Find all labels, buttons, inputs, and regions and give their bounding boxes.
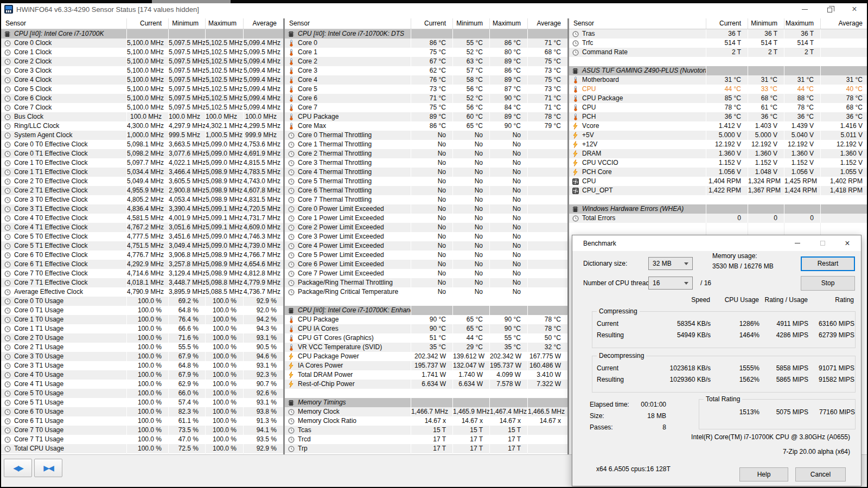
sensor-row[interactable]: Core 6 T0 Effective Clock4,776.7 MHz3,90… [1,251,283,260]
collapse-columns-button[interactable]: ▶◀ [34,459,62,477]
sensor-row[interactable]: Core 7 T1 Effective Clock4,018.1 MHz3,44… [1,278,283,287]
sensor-row[interactable]: Core 3 T0 Usage100.0 %67.9 %100.0 %94.6 … [1,352,283,361]
sensor-row[interactable]: PCH Core1.056 V1.048 V1.056 V1.055 V [569,168,867,177]
sensor-row[interactable]: Core 573 °C56 °C87 °C73 °C [285,85,567,94]
sensor-row[interactable]: Core 4 Thermal ThrottlingNoNoNo [285,168,567,177]
sensor-row[interactable]: Memory Clock Ratio14.67 x14.67 x14.67 x1… [285,416,567,426]
sensor-row[interactable]: Core 3 Thermal ThrottlingNoNoNo [285,158,567,168]
sensor-row[interactable]: Core 5 T1 Effective Clock4,751.5 MHz3,04… [1,241,283,251]
sensor-row[interactable]: Core 7 Power Limit ExceededNoNoNo [285,269,567,278]
sensor-row[interactable]: Core 6 Thermal ThrottlingNoNoNo [285,186,567,195]
sensor-row[interactable]: CPU44 °C33 °C44 °C40 °C [569,85,867,94]
sensor-row[interactable]: Core 2 T0 Effective Clock5,049.4 MHz3,60… [1,177,283,186]
group-row[interactable]: ASUS TUF GAMING Z490-PLUS (Nuvoton NCT67… [569,66,867,75]
sensor-row[interactable]: Core 2 Power Limit ExceededNoNoNo [285,223,567,232]
titlebar[interactable]: HWiNFO64 v6.33-4290 Sensor Status [174 v… [1,3,867,15]
sensor-row[interactable]: Core 0 T1 Usage100.0 %64.8 %100.0 %92.0 … [1,306,283,315]
sensor-row[interactable]: Core 2 T0 Usage100.0 %71.6 %100.0 %93.1 … [1,333,283,343]
dialog-close-icon[interactable]: × [835,235,860,251]
sensor-row[interactable]: Core 2 T1 Effective Clock4,955.9 MHz2,90… [1,186,283,195]
sensor-row[interactable]: DRAM1.360 V1.360 V1.360 V1.360 V [569,149,867,158]
sensor-row[interactable]: Core 476 °C58 °C89 °C75 °C [285,75,567,85]
sensor-row[interactable]: CPU_OPT1,422 RPM1,367 RPM1,424 RPM1,418 … [569,186,867,195]
sensor-row[interactable]: +12V12.192 V12.192 V12.192 V12.192 V [569,140,867,149]
sensor-row[interactable]: Core 6 T1 Usage100.0 %61.1 %100.0 %91.3 … [1,416,283,426]
sensor-row[interactable]: Core 1 T0 Effective Clock5,097.7 MHz4,02… [1,158,283,168]
sensor-row[interactable]: Core 6 Power Limit ExceededNoNoNo [285,260,567,269]
group-row[interactable]: CPU [#0]: Intel Core i7-10700K: Enhanced [285,306,567,315]
group-row[interactable]: Memory Timings [285,398,567,407]
sensor-row[interactable]: Core 671 °C52 °C90 °C71 °C [285,94,567,103]
sensor-row[interactable]: Core 7 T0 Effective Clock4,714.6 MHz3,12… [1,269,283,278]
panel-column-headers[interactable]: SensorCurrentMinimumMaximumAverage [285,18,567,29]
sensor-row[interactable]: Core 4 Power Limit ExceededNoNoNo [285,241,567,251]
sensor-row[interactable]: Total Errors000 [569,214,867,223]
sensor-row[interactable]: Core 5 Clock5,100.0 MHz5,097.5 MHz5,102.… [1,85,283,94]
sensor-row[interactable]: Core 5 T1 Usage100.0 %57.4 %100.0 %93.1 … [1,398,283,407]
help-button[interactable]: Help [739,467,788,481]
sensor-row[interactable]: Core 267 °C63 °C89 °C75 °C [285,57,567,66]
sensor-row[interactable]: CPU GT Cores (Graphics)51 °C44 °C55 °C50… [285,333,567,343]
sensor-row[interactable]: Trfc514 T514 T514 T [569,38,867,48]
panel-column-headers[interactable]: SensorCurrentMinimumMaximumAverage [1,18,283,29]
sensor-row[interactable]: Core 3 Clock5,100.0 MHz5,097.5 MHz5,102.… [1,66,283,75]
group-row[interactable]: CPU [#0]: Intel Core i7-10700K: DTS [285,29,567,38]
sensor-row[interactable]: Core 2 Thermal ThrottlingNoNoNo [285,149,567,158]
sensor-row[interactable]: Core 0 T1 Effective Clock5,098.2 MHz3,07… [1,149,283,158]
sensor-row[interactable]: PCH36 °C36 °C36 °C36 °C [569,112,867,121]
sensor-row[interactable]: Core 362 °C57 °C86 °C73 °C [285,66,567,75]
sensor-row[interactable]: Core 7 T1 Usage100.0 %47.0 %100.0 %93.5 … [1,435,283,444]
sensor-row[interactable]: Core 0 Clock5,100.0 MHz5,097.5 MHz5,102.… [1,38,283,48]
sensor-row[interactable]: Vcore1.412 V1.403 V1.439 V1.416 V [569,121,867,131]
sensor-row[interactable]: Core 086 °C55 °C86 °C71 °C [285,38,567,48]
sensor-row[interactable]: Core 4 T1 Effective Clock4,767.2 MHz3,05… [1,223,283,232]
sensor-row[interactable]: Core 0 T0 Usage100.0 %69.2 %100.0 %92.9 … [1,297,283,306]
sensor-row[interactable]: Trcd17 T17 T17 T [285,435,567,444]
sensor-row[interactable]: Core 4 T1 Usage100.0 %62.9 %100.0 %90.7 … [1,380,283,389]
dictionary-size-select[interactable]: 32 MB [648,257,693,270]
sensor-row[interactable]: Core 4 Clock5,100.0 MHz5,097.5 MHz5,102.… [1,75,283,85]
sensor-row[interactable]: Core 6 T0 Usage100.0 %82.3 %100.0 %93.8 … [1,407,283,416]
sensor-row[interactable]: Core 7 Thermal ThrottlingNoNoNo [285,195,567,204]
sensor-row[interactable]: Memory Clock1,466.7 MHz1,465.9 MHz1,467.… [285,407,567,416]
sensor-row[interactable]: Average Effective Clock4,790.9 MHz3,895.… [1,287,283,297]
sensor-row[interactable]: Core 1 T1 Usage100.0 %66.6 %100.0 %94.3 … [1,324,283,333]
sensor-row[interactable]: Command Rate2 T2 T2 T [569,48,867,57]
sensor-row[interactable]: Core 0 Thermal ThrottlingNoNoNo [285,131,567,140]
sensor-row[interactable]: CPU Package85 °C68 °C88 °C78 °C [569,94,867,103]
restore-icon[interactable] [817,3,842,15]
sensor-row[interactable]: Ring/LLC Clock4,300.0 MHz4,297.9 MHz4,30… [1,121,283,131]
sensor-row[interactable]: Core 6 T1 Effective Clock4,292.9 MHz3,25… [1,260,283,269]
sensor-row[interactable]: Package/Ring Critical TemperatureNoNoNo [285,287,567,297]
sensor-row[interactable]: Core 6 Clock5,100.0 MHz5,097.5 MHz5,102.… [1,94,283,103]
stop-button[interactable]: Stop [801,276,855,291]
sensor-row[interactable]: Total DRAM Power1.741 W1.740 W4.099 W3.4… [285,370,567,380]
sensor-row[interactable]: Core 3 T1 Effective Clock4,836.4 MHz3,39… [1,204,283,214]
group-row[interactable]: CPU [#0]: Intel Core i7-10700K [1,29,283,38]
sensor-row[interactable]: CPU Package89 °C60 °C89 °C78 °C [285,112,567,121]
sensor-row[interactable]: Tcas15 T15 T15 T [285,426,567,435]
cancel-button[interactable]: Cancel [795,467,846,481]
sensor-row[interactable]: Core 1 T1 Effective Clock5,034.4 MHz3,46… [1,168,283,177]
cpu-threads-select[interactable]: 16 [648,277,693,290]
sensor-row[interactable]: Motherboard31 °C31 °C31 °C31 °C [569,75,867,85]
sensor-row[interactable]: VR VCC Temperature (SVID)35 °C29 °C35 °C… [285,343,567,352]
sensor-row[interactable]: Core 2 T1 Usage100.0 %55.5 %100.0 %90.5 … [1,343,283,352]
group-row[interactable]: Windows Hardware Errors (WHEA) [569,204,867,214]
sensor-row[interactable]: Bus Clock100.0 MHz100.0 MHz100.0 MHz100.… [1,112,283,121]
sensor-row[interactable]: Total CPU Usage100.0 %72.5 %100.0 %92.9 … [1,444,283,453]
close-icon[interactable]: × [842,3,867,15]
sensor-row[interactable]: Core Max86 °C65 °C90 °C79 °C [285,121,567,131]
sensor-row[interactable]: Core 0 T0 Effective Clock5,098.1 MHz3,66… [1,140,283,149]
sensor-row[interactable]: CPU78 °C61 °C78 °C68 °C [569,103,867,112]
sensor-row[interactable]: Core 3 T0 Effective Clock4,805.2 MHz4,05… [1,195,283,204]
minimize-icon[interactable] [792,3,817,15]
sensor-row[interactable]: Tras36 T36 T36 T [569,29,867,38]
sensor-row[interactable]: Package/Ring Thermal ThrottlingNoNoNo [285,278,567,287]
sensor-row[interactable]: Core 5 Thermal ThrottlingNoNoNo [285,177,567,186]
restart-button[interactable]: Restart [801,256,855,271]
sensor-row[interactable]: Core 0 Power Limit ExceededNoNoNo [285,204,567,214]
sensor-row[interactable]: Core 3 T1 Usage100.0 %64.8 %100.0 %93.1 … [1,361,283,370]
sensor-row[interactable]: Core 1 Thermal ThrottlingNoNoNo [285,140,567,149]
sensor-row[interactable]: Rest-of-Chip Power6.634 W6.634 W7.578 W7… [285,380,567,389]
